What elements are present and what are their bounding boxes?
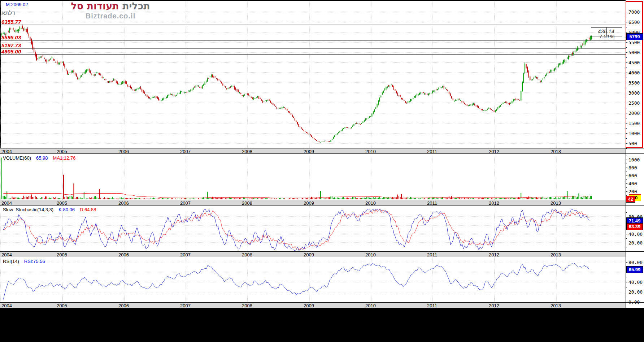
axis-tick-label: 20.00 [628,240,643,246]
time-axis-strip[interactable]: 2004200520062007200820092010201120122013 [0,303,626,308]
stochastic-title: Slow Stochastic(14,3,3) [3,207,53,212]
axis-tick [626,78,627,78]
axis-tick [626,27,627,27]
axis-tick [626,57,627,58]
rsi-badge: 65.99 [626,266,643,273]
volume-header: VOLUME(60)65.98MA1:12.76 [3,155,80,161]
axis-tick-label: 80.00 [628,214,643,220]
axis-tick-label: 2000 [628,111,640,116]
axis-tick [626,88,627,88]
axis-tick-label: 20.00 [628,289,643,295]
cursor-readout: M:2069.02 [6,2,28,7]
axis-tick [626,83,627,83]
right-axis-column[interactable]: 5799 10 42 71.49 63.39 65.99 50010001500… [626,0,644,308]
stochastic-k-label: K:80.06 [58,207,75,212]
axis-tick [626,93,627,93]
axis-tick-label: 400 [628,181,637,186]
axis-tick [626,108,627,108]
axis-tick [626,32,627,33]
volume-title: VOLUME(60) [3,155,31,161]
axis-divider [626,148,626,308]
panel-divider [0,251,644,252]
axis-tick-label: 1500 [628,121,640,126]
axis-tick [626,37,627,38]
logo-word-red: תעודות סל [71,0,119,12]
price-level-label: 5595.03 [1,34,21,40]
axis-tick [626,133,627,134]
price-chart-svg[interactable] [0,1,626,148]
rsi-header: RSI(14)RSI:75.56 [3,259,50,264]
chart-application: M:2069.02 דלתא תכלית תעודות סל Biztrade.… [0,0,644,342]
axis-tick [626,22,627,22]
axis-tick-label: 40.00 [628,231,643,237]
time-axis-strip[interactable]: 2004200520062007200820092010201120122013 [0,200,626,205]
price-level-label: 4905.00 [1,48,21,55]
axis-tick [626,47,627,48]
stochastic-chart-svg[interactable] [0,205,626,252]
axis-tick [626,103,627,103]
axis-tick-label: 40.00 [628,280,643,285]
panel-divider [0,200,644,200]
panel-divider [0,148,644,148]
axis-tick-label: 4000 [628,70,640,75]
axis-tick [626,123,627,124]
axis-tick [626,17,627,17]
biztrade-watermark: Biztrade.co.il [61,12,160,20]
panel-divider [0,302,644,303]
volume-ma-label: MA1:12.76 [53,155,76,161]
axis-tick-label: 5000 [628,50,640,55]
axis-tick-label: 80.00 [628,260,643,265]
instrument-name: דלתא [1,10,15,16]
axis-tick [626,98,627,98]
brand-logo: תכלית תעודות סל Biztrade.co.il [61,0,160,20]
panel-divider [0,205,644,205]
axis-tick-label: 600 [628,173,637,178]
axis-tick [626,42,627,43]
rsi-chart-svg[interactable] [0,257,626,303]
axis-tick [626,62,627,63]
volume-chart-svg[interactable] [0,154,626,200]
axis-tick-label: 2500 [628,100,640,106]
panel-divider [0,257,644,257]
axis-tick-label: 3500 [628,80,640,86]
price-level-label: 5197.73 [1,42,21,48]
panel-divider [0,153,644,154]
axis-tick-label: 1000 [628,131,640,136]
logo-word-gray: תכלית [122,0,150,12]
brand-logo-text: תכלית תעודות סל [61,0,160,12]
axis-tick [626,143,627,144]
volume-badge-red: 42 [626,196,635,203]
axis-tick [626,118,627,118]
measurement-percent: 7.51% [594,33,619,39]
time-axis-strip[interactable]: 2004200520062007200820092010201120122013 [0,252,626,257]
stochastic-header: Slow Stochastic(14,3,3)K:80.06D:64.88 [3,207,101,212]
axis-tick [626,113,627,113]
axis-tick [626,52,627,53]
axis-tick-label: 1000 [628,157,640,163]
axis-tick-label: 6500 [628,20,640,25]
axis-tick-label: 3000 [628,90,640,96]
axis-tick [626,128,627,129]
stochastic-d-label: D:64.88 [80,207,96,212]
axis-tick-label: 6000 [628,30,640,35]
volume-value: 65.98 [36,155,48,161]
axis-tick-label: 200 [628,189,637,194]
rsi-title: RSI(14) [3,259,19,264]
axis-tick-label: 7000 [628,9,640,15]
axis-tick-label: 500 [628,141,637,146]
bottom-black-band [0,308,644,342]
time-axis-strip[interactable]: 2004200520062007200820092010201120122013 [0,148,626,154]
axis-tick-label: 4500 [628,60,640,65]
stoch-d-badge: 63.39 [626,223,643,230]
rsi-value-label: RSI:75.56 [24,259,45,264]
axis-tick [626,138,627,139]
axis-tick [626,68,627,68]
axis-tick-label: 800 [628,165,637,170]
axis-tick-label: 5500 [628,40,640,45]
axis-tick [626,73,627,73]
price-level-label: 6355.77 [1,19,21,25]
axis-tick [626,12,627,12]
